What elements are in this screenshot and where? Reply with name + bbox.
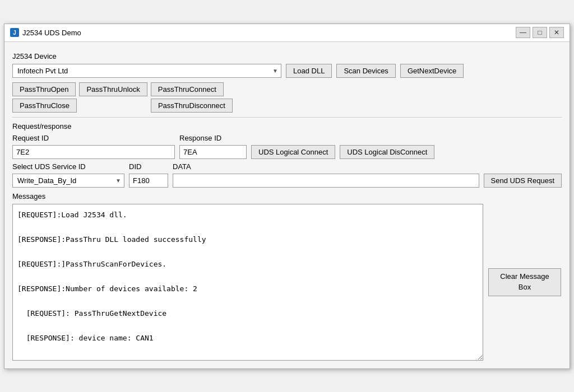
load-dll-button[interactable]: Load DLL: [286, 64, 332, 78]
minimize-button[interactable]: —: [516, 27, 530, 38]
uds-disconnect-button[interactable]: UDS Logical DisConnect: [340, 145, 434, 159]
data-label: DATA: [173, 162, 479, 171]
request-id-group: Request ID: [12, 134, 175, 159]
main-content: J2534 Device Infotech Pvt Ltd ▼ Load DLL…: [4, 42, 570, 368]
device-dropdown-wrapper: Infotech Pvt Ltd ▼: [12, 64, 281, 78]
device-dropdown[interactable]: Infotech Pvt Ltd: [12, 64, 281, 78]
response-id-label: Response ID: [179, 134, 247, 142]
request-id-input[interactable]: [12, 145, 175, 159]
messages-sidebar: Clear Message Box: [483, 204, 562, 361]
uds-service-group: Select UDS Service ID Write_Data_By_Id R…: [12, 162, 124, 188]
passthru-row2: PassThruClose PassThruDisconnect: [12, 99, 562, 113]
titlebar: J J2534 UDS Demo — □ ✕: [4, 24, 570, 42]
uds-service-dropdown-wrapper: Write_Data_By_Id Read_Data_By_Id ECU_Res…: [12, 174, 124, 188]
passthru-connect-button[interactable]: PassThruConnect: [151, 82, 224, 96]
response-id-input[interactable]: [179, 145, 247, 159]
passthru-mid: PassThruUnlock: [79, 82, 147, 96]
uds-connect-button[interactable]: UDS Logical Connect: [251, 145, 335, 159]
app-icon: J: [10, 28, 19, 37]
did-group: DID: [129, 162, 168, 188]
did-input[interactable]: [129, 174, 168, 188]
messages-box[interactable]: [REQUEST]:Load J2534 dll. [RESPONSE]:Pas…: [12, 204, 483, 361]
did-label: DID: [129, 162, 168, 171]
service-row: Select UDS Service ID Write_Data_By_Id R…: [12, 162, 562, 188]
passthru-open-button[interactable]: PassThruOpen: [12, 82, 76, 96]
response-id-group: Response ID: [179, 134, 247, 159]
device-row: Infotech Pvt Ltd ▼ Load DLL Scan Devices…: [12, 64, 562, 78]
clear-message-box-button[interactable]: Clear Message Box: [488, 268, 561, 296]
passthru-row1: PassThruOpen PassThruUnlock PassThruConn…: [12, 82, 562, 96]
titlebar-left: J J2534 UDS Demo: [10, 28, 81, 37]
passthru-disconnect-button[interactable]: PassThruDisconnect: [151, 99, 233, 113]
window-controls: — □ ✕: [516, 27, 564, 38]
data-input[interactable]: [173, 174, 479, 188]
request-id-label: Request ID: [12, 134, 175, 142]
uds-service-dropdown[interactable]: Write_Data_By_Id Read_Data_By_Id ECU_Res…: [12, 174, 124, 188]
scan-devices-button[interactable]: Scan Devices: [336, 64, 395, 78]
device-section-label: J2534 Device: [12, 52, 562, 60]
passthru-close-button[interactable]: PassThruClose: [12, 99, 77, 113]
main-window: J J2534 UDS Demo — □ ✕ J2534 Device Info…: [4, 24, 570, 369]
divider-1: [12, 117, 562, 118]
data-group: DATA: [173, 162, 479, 188]
messages-area: [REQUEST]:Load J2534 dll. [RESPONSE]:Pas…: [12, 204, 562, 361]
id-fields-row: Request ID Response ID UDS Logical Conne…: [12, 134, 562, 159]
uds-service-label: Select UDS Service ID: [12, 162, 124, 171]
send-uds-button[interactable]: Send UDS Request: [484, 174, 562, 188]
get-next-device-button[interactable]: GetNextDevice: [400, 64, 464, 78]
request-response-label: Request/response: [12, 122, 562, 130]
passthru-unlock-button[interactable]: PassThruUnlock: [79, 82, 147, 96]
messages-section-label: Messages: [12, 192, 562, 200]
close-button[interactable]: ✕: [549, 27, 564, 38]
maximize-button[interactable]: □: [533, 27, 547, 38]
window-title: J2534 UDS Demo: [22, 29, 81, 37]
